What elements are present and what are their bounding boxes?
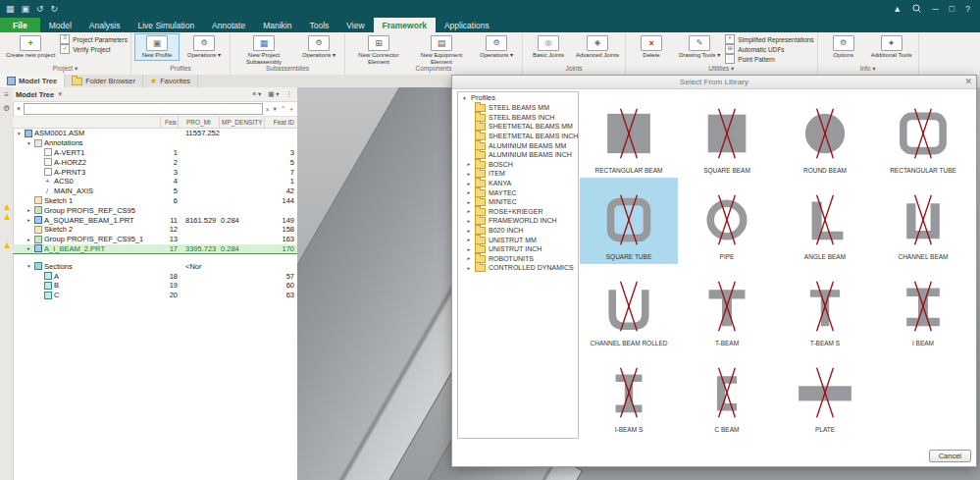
advanced-joints-button[interactable]: Advanced Joints (573, 33, 622, 61)
tree-row[interactable]: A-VERT1 1 3 (13, 148, 297, 158)
profile-thumbnail[interactable]: SQUARE BEAM (678, 91, 776, 178)
profile-thumbnail[interactable]: RECTANGULAR BEAM (580, 91, 678, 178)
ribbon-tab[interactable]: Model (40, 18, 80, 32)
find-next-icon[interactable]: ⌃ (280, 105, 286, 113)
tree-more-icon[interactable]: ⋮ (284, 90, 295, 98)
new-project-subassembly-button[interactable]: New Project Subassembly (233, 33, 294, 67)
expand-arrow-icon[interactable]: ▸ (466, 265, 472, 271)
ribbon-tab[interactable]: Analysis (80, 18, 129, 32)
save-icon[interactable]: ▣ (22, 5, 30, 14)
collapse-ribbon-icon[interactable]: ▲ (893, 4, 902, 14)
tree-filter-icon[interactable]: ▼ (57, 91, 63, 97)
column-pro-mp[interactable]: PRO_MI (178, 117, 219, 128)
expand-arrow-icon[interactable]: ▸ (466, 208, 472, 214)
tree-row[interactable]: ▾ Annotations (13, 138, 297, 148)
tab-model-tree[interactable]: Model Tree (0, 75, 65, 87)
column-mp-density[interactable]: MP_DENSITY (219, 117, 264, 128)
ribbon-tab[interactable]: View (337, 18, 373, 32)
group-label-utilities[interactable]: Utilities ▾ (629, 64, 814, 74)
project-parameters-button[interactable]: Project Parameters (60, 35, 128, 43)
profile-thumbnail[interactable]: CHANNEL BEAM (874, 178, 972, 264)
drawing-tools-button[interactable]: Drawing Tools ▾ (676, 33, 723, 61)
expand-arrow-icon[interactable]: ▸ (466, 199, 472, 205)
tree-row[interactable]: A-PRNT3 3 7 (13, 167, 297, 177)
expand-arrow-icon[interactable]: ▸ (26, 217, 32, 223)
tree-row[interactable]: ▸ Group PROFIS_REF_CS95 (13, 205, 297, 215)
tree-row[interactable]: A 18 57 (13, 271, 297, 281)
ribbon-tab[interactable]: Live Simulation (129, 18, 203, 32)
expand-arrow-icon[interactable]: ▸ (466, 218, 472, 224)
expand-arrow-icon[interactable]: ▸ (466, 255, 472, 261)
basic-joints-button[interactable]: Basic Joints (526, 33, 571, 61)
profile-thumbnail[interactable]: C BEAM (678, 350, 776, 437)
minimize-icon[interactable]: ─ (932, 4, 938, 14)
ribbon-tab[interactable]: Annotate (203, 18, 254, 32)
ribbon-tab[interactable]: Applications (436, 18, 498, 32)
redo-icon[interactable]: ↻ (51, 5, 59, 14)
group-label-info[interactable]: Info ▾ (821, 64, 915, 74)
automatic-udfs-button[interactable]: Automatic UDFs (725, 45, 813, 53)
help-icon[interactable]: ? (965, 4, 970, 14)
point-pattern-button[interactable]: Point Pattern (725, 55, 813, 63)
expand-arrow-icon[interactable]: ▸ (466, 228, 472, 234)
close-icon[interactable]: ✕ (964, 76, 972, 88)
profile-thumbnail[interactable]: RECTANGULAR TUBE (874, 91, 972, 178)
expand-arrow-icon[interactable]: ▸ (26, 237, 32, 242)
expand-arrow-icon[interactable]: ▸ (466, 237, 472, 242)
new-connector-element-button[interactable]: New Connector Element (348, 33, 409, 67)
search-icon[interactable] (912, 4, 921, 15)
clear-filter-icon[interactable]: × (265, 106, 271, 113)
tree-row[interactable]: ▾ ASM0001.ASM 11557.252 (13, 129, 297, 138)
ribbon-tab[interactable]: Tools (300, 18, 337, 32)
cancel-button[interactable]: Cancel (929, 450, 971, 462)
column-feat-number[interactable]: Fea: (160, 117, 178, 128)
tree-row[interactable]: Sketch 1 6 144 (13, 196, 297, 206)
tree-row[interactable]: B 19 60 (13, 281, 297, 291)
tree-row[interactable]: C 20 63 (13, 291, 297, 300)
expand-arrow-icon[interactable]: ▸ (466, 181, 472, 187)
maximize-icon[interactable]: □ (950, 4, 954, 14)
profile-thumbnail[interactable]: I-BEAM S (580, 350, 678, 437)
add-column-icon[interactable]: + (288, 106, 294, 113)
tree-display-options-icon[interactable]: ▦ ▾ (266, 90, 281, 98)
tab-folder-browser[interactable]: Folder Browser (65, 75, 143, 87)
additional-tools-button[interactable]: Additional Tools (868, 33, 915, 61)
options-button[interactable]: Options (821, 33, 866, 61)
tree-row[interactable]: ▸ Group PROFIS_REF_CS95_1 13 163 (13, 235, 297, 244)
components-operations-button[interactable]: Operations ▾ (474, 33, 519, 61)
file-menu-button[interactable]: File (0, 18, 40, 32)
verify-project-button[interactable]: Verify Project (60, 45, 128, 53)
expand-arrow-icon[interactable]: ▾ (26, 140, 32, 146)
expand-arrow-icon[interactable]: ▸ (26, 245, 32, 251)
profile-thumbnail[interactable]: CHANNEL BEAM ROLLED (580, 264, 678, 350)
profile-thumbnail[interactable]: T-BEAM (678, 264, 776, 350)
column-feat-id[interactable]: Feat ID (264, 117, 297, 128)
new-equipment-element-button[interactable]: New Equipment Element (411, 33, 472, 67)
filter-dropdown-icon[interactable]: ▾ (272, 105, 277, 113)
profile-thumbnail[interactable]: PLATE (776, 350, 874, 437)
tree-row[interactable]: MAIN_AXIS 5 42 (13, 187, 297, 196)
new-profile-button[interactable]: New Profile (134, 33, 180, 61)
tree-row[interactable]: ▸ A_I_BEAM_2.PRT 17 3395.723 0.284 170 (13, 244, 297, 254)
tab-favorites[interactable]: ★ Favorites (143, 75, 198, 87)
expand-arrow-icon[interactable]: ▸ (466, 189, 472, 195)
profile-thumbnail[interactable]: ROUND BEAM (776, 91, 874, 178)
profile-thumbnail[interactable]: I BEAM (874, 264, 972, 350)
create-new-project-button[interactable]: Create new project (3, 33, 58, 61)
profiles-operations-button[interactable]: Operations ▾ (181, 33, 227, 61)
expand-arrow-icon[interactable]: ▸ (26, 207, 32, 213)
simplified-representations-button[interactable]: Simplified Representations (725, 35, 813, 43)
tree-options-icon[interactable]: ≡ (4, 90, 9, 99)
profile-thumbnail[interactable]: T-BEAM S (776, 264, 874, 350)
tree-row[interactable]: A-HORZ2 2 5 (13, 157, 297, 167)
tree-row[interactable]: Sketch 2 12 158 (13, 225, 297, 235)
tree-view-options-icon[interactable]: ≡ ▾ (250, 90, 263, 98)
library-folder-item[interactable]: ▸ CONTROLLED DYNAMICS (458, 263, 578, 273)
tree-filter-input[interactable] (24, 103, 263, 115)
expand-arrow-icon[interactable]: ▸ (466, 246, 472, 252)
tree-row[interactable]: ACS0 4 1 (13, 177, 297, 187)
undo-icon[interactable]: ↺ (36, 5, 44, 14)
ribbon-tab[interactable]: Manikin (254, 18, 300, 32)
expand-arrow-icon[interactable]: ▾ (16, 131, 23, 136)
subassemblies-operations-button[interactable]: Operations ▾ (296, 33, 341, 61)
